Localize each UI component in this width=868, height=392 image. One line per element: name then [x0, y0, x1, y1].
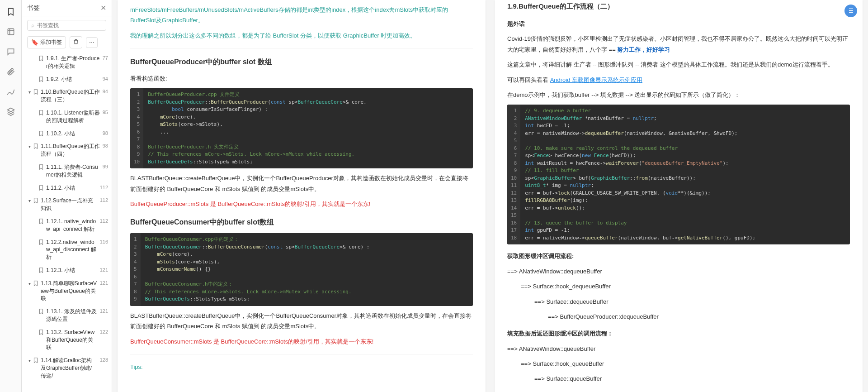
disclosure-icon[interactable]: ▾ — [27, 143, 32, 150]
sign-icon[interactable] — [6, 87, 15, 96]
disclosure-icon[interactable]: ▾ — [27, 198, 32, 204]
paragraph-warn: BufferQueueProducer::mSlots 是 BufferQueu… — [130, 199, 473, 209]
page-right[interactable]: 1.9.BufferQueue的工作流程（二） 题外话 Covid-19疫情的强… — [495, 0, 863, 392]
bookmark-page: 94 — [103, 88, 108, 95]
page-title: 1.9.BufferQueue的工作流程（二） — [507, 0, 850, 12]
bookmark-item[interactable]: ▸1.12.2.native_window_api_disconnect 解析1… — [24, 236, 110, 264]
bookmark-icon — [38, 218, 44, 225]
bookmark-item[interactable]: ▸1.10.2. 小结98 — [24, 127, 110, 140]
add-bookmark-label: 添加书签 — [40, 38, 62, 46]
tips-label: Tips: — [130, 362, 473, 372]
svg-rect-0 — [8, 29, 14, 34]
bookmark-item[interactable]: ▾1.11.BufferQueue的工作流程（四）98 — [24, 140, 110, 161]
bookmark-item[interactable]: ▸1.11.2. 小结112 — [24, 182, 110, 195]
bookmark-add-icon: 🔖 — [31, 39, 38, 46]
code-lines: // 9. dequeue a buffer ANativeWindowBuff… — [520, 105, 850, 244]
bookmark-page: 121 — [100, 267, 108, 273]
divider — [130, 354, 473, 354]
bookmark-icon — [33, 197, 39, 204]
bookmark-label: 1.9.1. 生产者-Producer的相关逻辑 — [46, 55, 100, 70]
code-lines: BufferQueueProducer.cpp 文件定义 BufferQueue… — [143, 88, 473, 168]
bookmark-icon — [33, 280, 39, 287]
bookmark-icon — [38, 267, 44, 273]
bookmark-icon — [38, 185, 44, 191]
bookmark-item[interactable]: ▾1.10.BufferQueue的工作流程（三）94 — [24, 86, 110, 106]
bookmark-item[interactable]: ▾1.13.简单聊聊SurfaceView与BufferQueue的关联121 — [24, 277, 110, 305]
bookmark-item[interactable]: ▸1.13.1. 涉及的组件及源码位置121 — [24, 305, 110, 326]
section-heading: BufferQueueConsumer中的buffer slot数组 — [130, 216, 473, 229]
disclosure-icon[interactable]: ▾ — [27, 281, 32, 287]
bookmark-icon — [38, 239, 44, 245]
bookmark-page: 121 — [100, 280, 108, 287]
fab-button[interactable]: ☰ — [844, 5, 857, 17]
bookmark-item[interactable]: ▸1.9.1. 生产者-Producer的相关逻辑77 — [24, 52, 110, 73]
paragraph-warn: BufferQueueConsumer::mSlots 是 BufferQueu… — [130, 336, 473, 347]
bookmark-item[interactable]: ▾1.14.解读Gralloc架构及GraphicBuffer创建/传递/128 — [24, 354, 110, 382]
bookmark-page: 121 — [100, 308, 108, 315]
flow-step: ==> Surface::hook_queueBuffer — [507, 359, 850, 369]
bookmark-icon — [38, 55, 44, 62]
bookmark-page: 99 — [103, 163, 108, 170]
attachment-icon[interactable] — [6, 67, 15, 76]
paragraph: 看看构造函数: — [130, 73, 473, 84]
divider — [130, 48, 473, 48]
bookmark-label: 1.13.简单聊聊SurfaceView与BufferQueue的关联 — [41, 280, 97, 302]
bookmark-label: 1.13.2. SurfaceView和BufferQueue的关联 — [46, 329, 97, 351]
bookmark-icon — [33, 89, 39, 95]
sub-heading: 获取图形缓冲区调用流程: — [507, 251, 850, 261]
bookmark-item[interactable]: ▸1.13.2. SurfaceView和BufferQueue的关联122 — [24, 326, 110, 354]
bookmark-item[interactable]: ▸1.12.1. native_window_api_connect 解析112 — [24, 215, 110, 236]
link[interactable]: Android 车载图像显示系统示例应用 — [550, 76, 642, 83]
bookmark-icon — [38, 164, 44, 170]
paragraph: BLASTBufferQueue::createBufferQueue中，实例化… — [130, 311, 473, 332]
bookmark-page: 112 — [100, 197, 108, 204]
bookmark-label: 1.11.BufferQueue的工作流程（四） — [41, 143, 100, 158]
code-gutter: 1 2 3 4 5 6 7 8 9 10 11 12 13 14 15 16 1… — [507, 105, 520, 244]
bookmark-label: 1.10.2. 小结 — [46, 130, 100, 138]
bookmark-icon — [33, 143, 39, 149]
close-icon[interactable]: ✕ — [100, 4, 106, 12]
flow-step: ==> ANativeWindow::dequeueBuffer — [507, 266, 850, 277]
bookmark-page: 112 — [100, 218, 108, 225]
bookmark-page: 112 — [100, 184, 108, 191]
bookmark-icon — [38, 76, 44, 82]
sidebar-header: 书签 ✕ — [22, 0, 112, 16]
bookmark-icon[interactable] — [6, 7, 15, 16]
bookmarks-sidebar: 书签 ✕ ⌕ 🔖 添加书签 ⋯ ▸1.9.1. 生产者-Producer的相关逻… — [22, 0, 112, 392]
search-wrap: ⌕ — [27, 20, 106, 31]
thumbnail-icon[interactable] — [6, 27, 15, 36]
layers-icon[interactable] — [6, 107, 15, 116]
bookmark-page: 98 — [103, 143, 108, 149]
search-icon: ⌕ — [31, 22, 34, 29]
search-input[interactable] — [37, 22, 105, 29]
bookmark-label: 1.12.3. 小结 — [46, 267, 97, 274]
more-button[interactable]: ⋯ — [86, 37, 98, 48]
bookmark-item[interactable]: ▸1.10.1. Listener监听器的回调过程解析95 — [24, 106, 110, 127]
delete-button[interactable] — [70, 36, 82, 48]
disclosure-icon[interactable]: ▾ — [27, 89, 32, 96]
bookmark-page: 77 — [103, 55, 108, 62]
bookmark-label: 1.9.2. 小结 — [46, 76, 100, 83]
bookmark-label: 1.14.解读Gralloc架构及GraphicBuffer创建/传递/ — [41, 357, 97, 379]
disclosure-icon[interactable]: ▾ — [27, 358, 32, 364]
code-gutter: 1 2 3 4 5 6 7 8 9 10 — [130, 88, 143, 168]
bookmark-item[interactable]: ▾1.12.Surface一点补充知识112 — [24, 194, 110, 215]
add-bookmark-button[interactable]: 🔖 添加书签 — [27, 36, 66, 48]
comment-icon[interactable] — [6, 47, 15, 56]
bookmark-item[interactable]: ▸1.12.3. 小结121 — [24, 264, 110, 277]
bookmark-icon — [38, 329, 44, 335]
flow-step: ==> BufferQueueProducer::queueBuffer — [507, 389, 850, 392]
paragraph: mFreeSlots/mFreeBuffers/mUnusedSlots/mAc… — [130, 5, 473, 26]
flow-step: ==> Surface::queueBuffer — [507, 373, 850, 384]
flow-step: ==> Surface::hook_dequeueBuffer — [507, 281, 850, 292]
bookmark-list[interactable]: ▸1.9.1. 生产者-Producer的相关逻辑77▸1.9.2. 小结94▾… — [22, 52, 112, 392]
flow-step: ==> BufferQueueProducer::dequeueBuffer — [507, 311, 850, 322]
vertical-toolbar — [0, 0, 22, 392]
bookmark-item[interactable]: ▸1.9.2. 小结94 — [24, 73, 110, 86]
bookmark-label: 1.12.1. native_window_api_connect 解析 — [46, 218, 97, 233]
bookmark-label: 1.11.2. 小结 — [46, 184, 97, 192]
emphasis: 努力工作，好好学习 — [617, 46, 670, 53]
bookmark-page: 98 — [103, 130, 108, 137]
page-left[interactable]: mFreeSlots/mFreeBuffers/mUnusedSlots/mAc… — [118, 0, 486, 392]
bookmark-item[interactable]: ▸1.11.1. 消费者-Consumer的相关逻辑99 — [24, 161, 110, 182]
